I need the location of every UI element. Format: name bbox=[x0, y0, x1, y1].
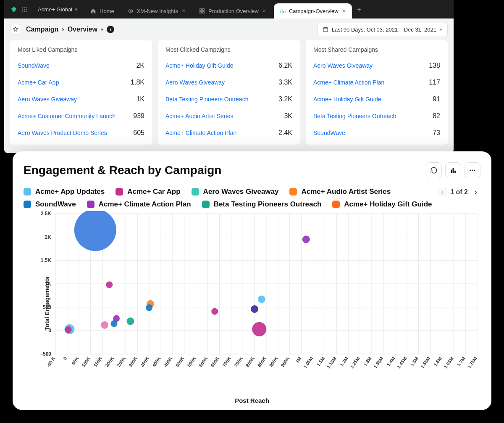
svg-point-6 bbox=[22, 11, 23, 12]
chart-type-button[interactable] bbox=[445, 162, 461, 178]
app-launcher-icon[interactable] bbox=[21, 6, 28, 13]
workspace-switcher[interactable]: Acme+ Global ▾ bbox=[32, 6, 84, 13]
svg-point-2 bbox=[26, 7, 27, 8]
chart-plot[interactable]: Total Engagements -50005001K1.5K2K2.5K-5… bbox=[24, 211, 480, 396]
favorite-toggle[interactable] bbox=[10, 24, 21, 35]
campaign-link[interactable]: Acme+ Customer Cummunity Launch bbox=[18, 113, 116, 119]
new-tab-button[interactable]: ＋ bbox=[353, 4, 365, 14]
svg-text:1.5K: 1.5K bbox=[41, 257, 52, 263]
pager-label: 1 of 2 bbox=[450, 188, 468, 196]
svg-text:1.55M: 1.55M bbox=[420, 356, 431, 369]
campaign-link[interactable]: Aero Waves Giveaway bbox=[165, 79, 225, 86]
campaign-link[interactable]: SoundWave bbox=[18, 62, 50, 69]
legend-item[interactable]: Acme+ Audio Artist Series bbox=[289, 188, 391, 196]
legend-item[interactable]: Acme+ Climate Action Plan bbox=[87, 200, 191, 209]
campaign-link[interactable]: Acme+ Holiday Gift Guide bbox=[165, 62, 233, 69]
campaign-link[interactable]: Beta Testing Pioneers Outreach bbox=[165, 96, 248, 103]
campaign-link[interactable]: Beta Testing Pioneers Outreach bbox=[313, 113, 396, 119]
tab-campaign-overview[interactable]: Campaign-Overview ✕ bbox=[274, 3, 352, 19]
svg-point-0 bbox=[22, 7, 23, 8]
campaign-link[interactable]: Acme+ Climate Action Plan bbox=[313, 79, 384, 86]
info-icon[interactable]: i bbox=[107, 26, 114, 33]
svg-point-8 bbox=[26, 11, 27, 12]
date-range-picker[interactable]: Last 90 Days: Oct 03, 2021 – Dec 31, 202… bbox=[317, 23, 448, 36]
legend-swatch bbox=[24, 201, 31, 208]
legend-swatch bbox=[202, 201, 210, 208]
svg-point-111 bbox=[252, 322, 266, 336]
card-most-shared: Most Shared Campaigns Aero Waves Giveawa… bbox=[306, 40, 448, 145]
campaign-link[interactable]: Acme+ Holiday Gift Guide bbox=[313, 96, 381, 103]
campaign-link[interactable]: Acme+ Audio Artist Series bbox=[165, 113, 233, 119]
legend-row: Acme+ App UpdatesAcme+ Car AppAero Waves… bbox=[24, 188, 480, 209]
metric-value: 73 bbox=[433, 129, 440, 137]
close-icon[interactable]: ✕ bbox=[262, 8, 266, 14]
svg-point-1 bbox=[24, 7, 25, 8]
legend-item[interactable]: Acme+ Car App bbox=[116, 188, 180, 196]
breadcrumb-leaf[interactable]: Overview bbox=[68, 26, 97, 33]
svg-point-3 bbox=[22, 9, 23, 10]
svg-text:900K: 900K bbox=[268, 356, 279, 367]
metric-value: 1.8K bbox=[131, 79, 144, 86]
chevron-down-icon[interactable]: ▾ bbox=[101, 26, 103, 32]
svg-text:950K: 950K bbox=[280, 356, 291, 367]
campaign-link[interactable]: SoundWave bbox=[313, 130, 345, 136]
svg-text:1.1M: 1.1M bbox=[315, 356, 326, 367]
svg-text:2.5K: 2.5K bbox=[41, 211, 52, 217]
svg-point-5 bbox=[26, 9, 27, 10]
list-item: SoundWave73 bbox=[313, 124, 440, 141]
campaign-link[interactable]: Aero Waves Giveaway bbox=[313, 62, 373, 69]
svg-text:200K: 200K bbox=[104, 356, 115, 367]
list-item: Beta Testing Pioneers Outreach3.2K bbox=[165, 91, 292, 108]
svg-text:1M: 1M bbox=[294, 356, 302, 364]
svg-text:-50 K: -50 K bbox=[45, 356, 56, 368]
tab-bar: Acme+ Global ▾ Home XM-New Insights ✕ Pr… bbox=[4, 0, 454, 19]
chart-actions bbox=[426, 162, 480, 178]
legend-item[interactable]: SoundWave bbox=[24, 200, 76, 209]
list-item: Acme+ Holiday Gift Guide91 bbox=[313, 91, 440, 108]
more-options-button[interactable] bbox=[465, 162, 480, 178]
svg-point-20 bbox=[472, 170, 473, 171]
campaign-link[interactable]: Aero Waves Giveaway bbox=[18, 96, 77, 103]
close-icon[interactable]: ✕ bbox=[181, 8, 186, 14]
campaign-link[interactable]: Acme+ Car App bbox=[18, 79, 59, 86]
breadcrumb-root[interactable]: Campaign bbox=[26, 26, 58, 33]
svg-rect-17 bbox=[453, 168, 454, 173]
svg-text:1.05M: 1.05M bbox=[302, 356, 314, 369]
pager-next[interactable]: › bbox=[471, 188, 480, 197]
list-item: Aero Waves Giveaway1K bbox=[18, 91, 144, 108]
star-icon bbox=[13, 26, 18, 32]
campaign-link[interactable]: Acme+ Climate Action Plan bbox=[165, 130, 236, 136]
svg-rect-14 bbox=[202, 11, 204, 13]
svg-point-21 bbox=[474, 170, 475, 171]
tab-production[interactable]: Production Overview ✕ bbox=[193, 3, 272, 19]
svg-text:800K: 800K bbox=[245, 356, 255, 367]
card-rows: Acme+ Holiday Gift Guide6.2KAero Waves G… bbox=[165, 57, 292, 141]
legend-item[interactable]: Aero Waves Giveaway bbox=[192, 188, 279, 196]
legend-pager: ‹ 1 of 2 › bbox=[438, 188, 480, 197]
tab-home[interactable]: Home bbox=[84, 3, 120, 19]
svg-text:1.15M: 1.15M bbox=[326, 356, 337, 369]
pager-prev[interactable]: ‹ bbox=[438, 188, 447, 197]
list-item: Aero Waves Product Demo Series605 bbox=[18, 124, 144, 141]
svg-text:1.35M: 1.35M bbox=[373, 356, 384, 369]
svg-text:-500: -500 bbox=[41, 351, 51, 357]
legend-label: Aero Waves Giveaway bbox=[203, 188, 279, 196]
svg-point-124 bbox=[65, 326, 72, 333]
svg-rect-13 bbox=[200, 11, 202, 13]
legend-item[interactable]: Beta Testing Pioneers Outreach bbox=[202, 200, 322, 209]
tab-insights[interactable]: XM-New Insights ✕ bbox=[122, 3, 192, 19]
svg-point-9 bbox=[129, 9, 132, 13]
refresh-button[interactable] bbox=[426, 162, 442, 178]
campaign-link[interactable]: Aero Waves Product Demo Series bbox=[18, 130, 107, 136]
svg-point-118 bbox=[101, 321, 108, 329]
close-icon[interactable]: ✕ bbox=[342, 8, 346, 14]
chevron-down-icon: ▾ bbox=[440, 27, 442, 32]
list-item: Acme+ Climate Action Plan117 bbox=[313, 74, 440, 91]
metric-value: 91 bbox=[433, 95, 440, 103]
tab-label: Production Overview bbox=[208, 8, 259, 14]
legend-item[interactable]: Acme+ Holiday Gift Guide bbox=[332, 200, 432, 209]
legend-label: Acme+ App Updates bbox=[35, 188, 105, 196]
legend-item[interactable]: Acme+ App Updates bbox=[24, 188, 105, 196]
tab-label: Campaign-Overview bbox=[289, 8, 339, 14]
legend-label: SoundWave bbox=[35, 200, 76, 209]
